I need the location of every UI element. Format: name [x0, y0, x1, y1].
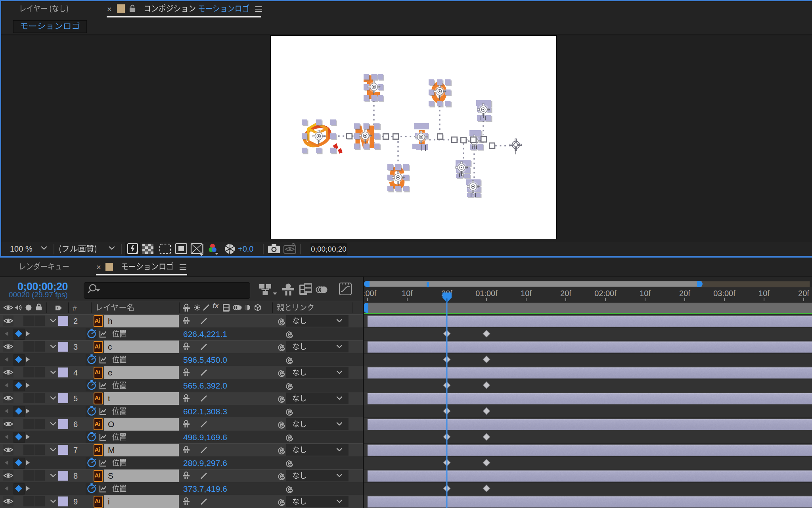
svg-text:596.5,450.0: 596.5,450.0	[183, 355, 227, 364]
svg-text:6: 6	[73, 420, 78, 429]
svg-text:i: i	[108, 497, 110, 506]
svg-text:Ai: Ai	[95, 472, 101, 479]
svg-text:0:00f: 0:00f	[359, 289, 377, 298]
svg-text:10f: 10f	[758, 289, 770, 298]
svg-text:Ai: Ai	[95, 420, 101, 427]
svg-text:Ai: Ai	[95, 343, 101, 350]
svg-text:h: h	[108, 316, 113, 325]
svg-text:626.4,221.1: 626.4,221.1	[183, 329, 227, 339]
svg-text:03:00f: 03:00f	[713, 289, 735, 298]
svg-text:t: t	[108, 394, 110, 403]
svg-text:O: O	[108, 419, 114, 429]
svg-text:Ai: Ai	[95, 317, 101, 324]
svg-text:10f: 10f	[402, 289, 413, 298]
svg-text:00020 (29.97 fps): 00020 (29.97 fps)	[9, 291, 68, 299]
svg-text:496.9,169.6: 496.9,169.6	[183, 433, 227, 442]
svg-text:20f: 20f	[798, 289, 809, 298]
svg-text:02:00f: 02:00f	[594, 289, 617, 298]
svg-text:+0.0: +0.0	[238, 244, 253, 253]
svg-text:Ai: Ai	[95, 369, 101, 375]
svg-text:×: ×	[107, 5, 112, 13]
svg-text:3: 3	[73, 343, 78, 351]
svg-text:8: 8	[73, 471, 78, 480]
svg-text:373.7,419.6: 373.7,419.6	[183, 484, 227, 493]
svg-text:20f: 20f	[679, 289, 690, 298]
svg-text:01:00f: 01:00f	[475, 289, 498, 298]
svg-text:565.6,392.0: 565.6,392.0	[183, 381, 227, 390]
svg-text:M: M	[108, 445, 115, 454]
svg-text:e: e	[108, 368, 113, 377]
svg-text:Ai: Ai	[95, 394, 101, 401]
svg-text:5: 5	[73, 394, 78, 403]
svg-text:S: S	[108, 471, 113, 480]
svg-text:c: c	[108, 342, 112, 351]
svg-text:20f: 20f	[560, 289, 571, 298]
svg-text:×: ×	[96, 263, 101, 271]
svg-text:2: 2	[73, 317, 78, 325]
svg-text:280.9,297.6: 280.9,297.6	[183, 458, 227, 468]
svg-text:9: 9	[73, 497, 78, 506]
svg-text:#: #	[73, 304, 77, 312]
svg-text:0;00;00;20: 0;00;00;20	[311, 245, 347, 253]
svg-text:100 %: 100 %	[10, 244, 33, 253]
svg-text:7: 7	[73, 446, 78, 454]
svg-text:602.1,308.3: 602.1,308.3	[183, 407, 227, 416]
svg-text:Ai: Ai	[95, 446, 101, 453]
svg-text:10f: 10f	[521, 289, 532, 298]
svg-text:4: 4	[73, 368, 78, 377]
svg-text:10f: 10f	[640, 289, 651, 298]
svg-text:Ai: Ai	[95, 498, 101, 504]
